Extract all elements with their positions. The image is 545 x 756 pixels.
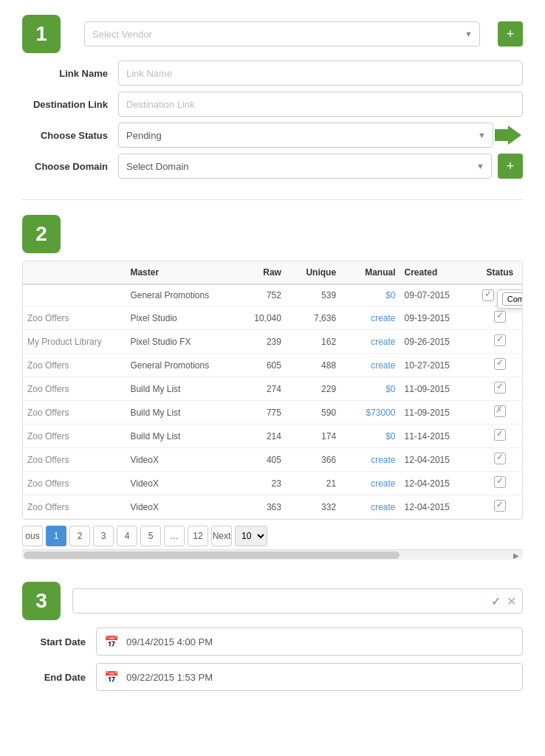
manual-link[interactable]: create [371, 502, 395, 512]
cell-raw: 214 [236, 425, 286, 448]
col-vendor-header [23, 261, 126, 284]
vendor-add-button[interactable]: + [498, 21, 523, 47]
scrollbar-right-arrow[interactable]: ▶ [513, 551, 520, 559]
cell-status[interactable] [478, 425, 522, 448]
table-row: Zoo OffersGeneral Promotions605488create… [23, 354, 522, 377]
pagination-next[interactable]: Next [211, 526, 232, 546]
section3-close-icon[interactable]: ✕ [507, 594, 516, 608]
cell-created: 11-09-2015 [400, 401, 478, 425]
manual-value[interactable]: $73000 [366, 408, 395, 418]
vendor-select[interactable]: Select Vendor [84, 21, 480, 47]
cell-raw: 752 [236, 284, 286, 306]
cell-vendor: Zoo Offers [23, 495, 126, 519]
table-header-row: Master Raw Unique Manual Created Status [23, 261, 522, 284]
manual-link[interactable]: create [371, 478, 395, 489]
status-checkbox[interactable] [494, 476, 506, 488]
cell-created: 12-04-2015 [400, 448, 478, 472]
cell-master: VideoX [126, 472, 235, 495]
domain-add-button[interactable]: + [498, 154, 523, 179]
cell-raw: 405 [236, 448, 286, 472]
cell-status[interactable] [478, 401, 522, 425]
cell-manual: $0 [340, 284, 400, 306]
cell-status[interactable]: CompletedPendingActive▼Change [478, 284, 522, 306]
end-date-input[interactable]: 📅 09/22/2015 1:53 PM [96, 663, 523, 691]
pagination-page-5[interactable]: 5 [140, 526, 161, 546]
col-status-header: Status [478, 261, 522, 284]
cell-unique: 366 [286, 448, 340, 472]
cell-status[interactable] [478, 495, 522, 519]
table-body: General Promotions752539$009-07-2015Comp… [23, 284, 522, 519]
status-checkbox[interactable] [482, 289, 494, 301]
end-date-value: 09/22/2015 1:53 PM [126, 672, 213, 683]
end-date-row: End Date 📅 09/22/2015 1:53 PM [22, 663, 523, 691]
cell-manual[interactable]: create [340, 448, 400, 472]
cell-status[interactable] [478, 306, 522, 330]
cell-manual[interactable]: create [340, 354, 400, 377]
cell-created: 09-26-2015 [400, 330, 478, 354]
cell-master: General Promotions [126, 284, 235, 306]
section3-confirm-icon[interactable]: ✓ [491, 594, 501, 608]
vendor-select-wrapper: Select Vendor ▼ [84, 21, 480, 47]
cell-raw: 10,040 [236, 306, 286, 330]
cell-raw: 239 [236, 330, 286, 354]
completed-status-select[interactable]: CompletedPendingActive [502, 292, 523, 306]
destination-input[interactable] [118, 92, 523, 117]
cell-raw: 274 [236, 377, 286, 401]
pagination-row: ous 1 2 3 4 5 ... 12 Next 10 25 50 [22, 526, 523, 546]
manual-link[interactable]: create [371, 337, 395, 347]
manual-value[interactable]: $0 [385, 431, 395, 441]
cell-master: General Promotions [126, 354, 235, 377]
status-checkbox[interactable] [494, 405, 506, 417]
manual-value[interactable]: $0 [385, 384, 395, 394]
cell-status[interactable] [478, 377, 522, 401]
scrollbar-row[interactable]: ▶ [22, 549, 523, 560]
manual-value[interactable]: $0 [385, 290, 395, 300]
cell-unique: 21 [286, 472, 340, 495]
col-raw-header: Raw [236, 261, 286, 284]
cell-unique: 590 [286, 401, 340, 425]
status-checkbox[interactable] [494, 382, 506, 394]
pagination-page-12[interactable]: 12 [188, 526, 208, 546]
cell-manual[interactable]: create [340, 472, 400, 495]
status-checkbox[interactable] [494, 311, 506, 323]
cell-status[interactable] [478, 354, 522, 377]
cell-master: Build My List [126, 377, 235, 401]
domain-label: Choose Domain [22, 161, 118, 172]
cell-manual[interactable]: create [340, 330, 400, 354]
pagination-page-1[interactable]: 1 [46, 526, 66, 546]
table-row: General Promotions752539$009-07-2015Comp… [23, 284, 522, 306]
status-checkbox[interactable] [494, 453, 506, 464]
pagination-page-3[interactable]: 3 [93, 526, 114, 546]
cell-vendor: Zoo Offers [23, 425, 126, 448]
end-date-label: End Date [22, 672, 96, 683]
cell-status[interactable] [478, 472, 522, 495]
manual-link[interactable]: create [371, 360, 395, 371]
cell-manual[interactable]: create [340, 306, 400, 330]
cell-vendor: Zoo Offers [23, 472, 126, 495]
status-select-wrapper: Pending Active Completed Inactive ▼ [118, 123, 493, 148]
table-row: Zoo OffersVideoX363332create12-04-2015 [23, 495, 522, 519]
status-select[interactable]: Pending Active Completed Inactive [118, 123, 493, 148]
manual-link[interactable]: create [371, 455, 395, 465]
col-master-header: Master [126, 261, 235, 284]
status-checkbox[interactable] [494, 429, 506, 441]
pagination-page-2[interactable]: 2 [69, 526, 90, 546]
section2: 2 Master Raw Unique Manual Created Statu… [22, 215, 523, 560]
link-name-input[interactable] [118, 61, 523, 86]
domain-select[interactable]: Select Domain [118, 154, 492, 179]
pagination-page-4[interactable]: 4 [117, 526, 137, 546]
cell-status[interactable] [478, 448, 522, 472]
pagination-prev[interactable]: ous [22, 526, 43, 546]
pagination-per-page[interactable]: 10 25 50 [235, 526, 267, 546]
status-checkbox[interactable] [494, 334, 506, 346]
start-date-input[interactable]: 📅 09/14/2015 4:00 PM [96, 628, 523, 656]
cell-manual[interactable]: create [340, 495, 400, 519]
status-checkbox[interactable] [494, 358, 506, 370]
cell-unique: 7,636 [286, 306, 340, 330]
table-row: Zoo OffersBuild My List214174$011-14-201… [23, 425, 522, 448]
status-checkbox[interactable] [494, 500, 506, 512]
cell-status[interactable] [478, 330, 522, 354]
col-unique-header: Unique [286, 261, 340, 284]
cell-created: 12-04-2015 [400, 472, 478, 495]
manual-link[interactable]: create [371, 313, 395, 323]
